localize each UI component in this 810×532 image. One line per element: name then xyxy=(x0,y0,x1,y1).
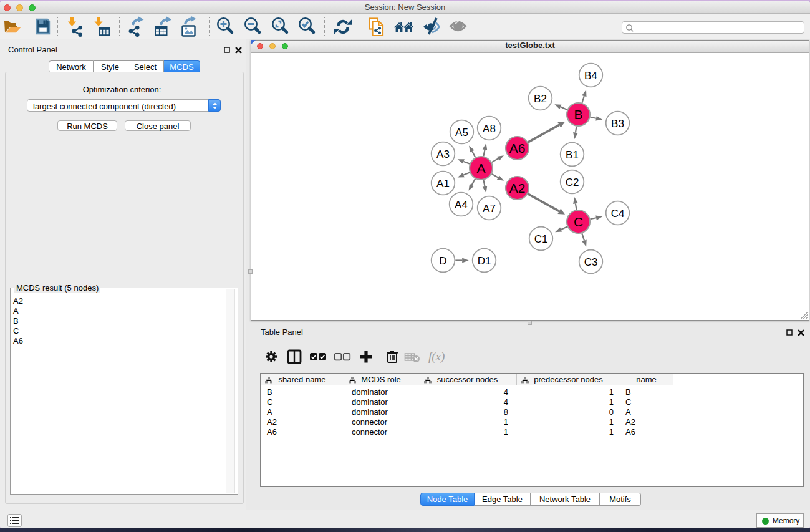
svg-text:D1: D1 xyxy=(478,255,491,267)
svg-text:B: B xyxy=(574,107,582,122)
svg-text:C3: C3 xyxy=(584,256,598,268)
svg-text:B1: B1 xyxy=(566,149,579,161)
svg-text:C1: C1 xyxy=(534,233,548,245)
svg-text:A1: A1 xyxy=(436,178,450,190)
svg-text:A4: A4 xyxy=(455,199,468,211)
svg-text:D: D xyxy=(439,255,446,267)
svg-text:B2: B2 xyxy=(534,93,547,105)
svg-text:A3: A3 xyxy=(436,148,450,160)
svg-text:B4: B4 xyxy=(584,70,597,82)
svg-text:A: A xyxy=(476,161,485,175)
svg-text:A6: A6 xyxy=(509,141,526,155)
svg-text:C: C xyxy=(574,215,583,229)
svg-text:A5: A5 xyxy=(455,127,468,138)
svg-text:C2: C2 xyxy=(566,177,579,188)
svg-text:A7: A7 xyxy=(483,203,496,215)
svg-text:C4: C4 xyxy=(611,208,625,220)
svg-text:B3: B3 xyxy=(611,118,624,130)
svg-text:A8: A8 xyxy=(483,123,496,135)
svg-text:A2: A2 xyxy=(509,181,526,195)
